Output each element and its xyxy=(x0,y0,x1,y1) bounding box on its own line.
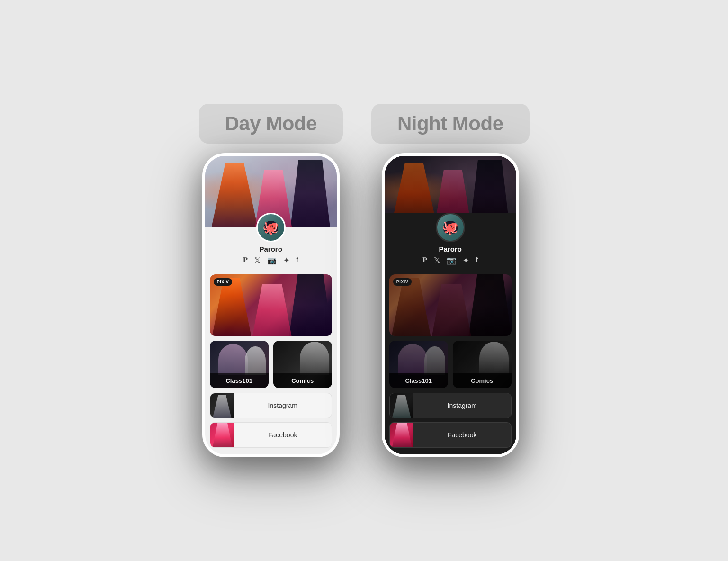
night-avatar: 🐙 xyxy=(436,213,465,242)
night-username: Paroro xyxy=(439,245,462,253)
night-instagram-thumb xyxy=(390,393,413,418)
night-class101-card[interactable]: Class101 xyxy=(389,341,448,388)
facebook-icon-day[interactable]: f xyxy=(296,256,298,265)
day-class101-card[interactable]: Class101 xyxy=(210,341,269,388)
night-card2-art xyxy=(479,342,509,375)
night-facebook-label: Facebook xyxy=(413,431,511,439)
night-card1-art2 xyxy=(424,346,445,375)
day-facebook-row[interactable]: Facebook xyxy=(210,422,332,448)
night-mode-label: Night Mode xyxy=(397,112,503,135)
night-profile-section: 🐙 Paroro 𝐏 𝕏 📷 ✦ f xyxy=(385,213,516,271)
page-container: Day Mode 🐙 xyxy=(199,104,530,457)
night-feat-char2 xyxy=(468,274,511,336)
day-username: Paroro xyxy=(260,245,282,253)
night-button-grid: Class101 Comics xyxy=(389,341,512,388)
night-card1-art xyxy=(398,344,427,375)
night-instagram-row[interactable]: Instagram xyxy=(389,393,512,418)
day-instagram-thumb xyxy=(210,393,234,418)
night-fb-fig xyxy=(392,423,412,448)
instagram-icon-night[interactable]: 📷 xyxy=(447,256,456,265)
day-link-rows: Instagram Facebook xyxy=(210,393,332,448)
night-facebook-row[interactable]: Facebook xyxy=(389,422,512,448)
night-facebook-thumb xyxy=(390,422,413,448)
day-button-grid: Class101 Comics xyxy=(210,341,332,388)
night-pixiv-badge: PIXIV xyxy=(393,278,412,286)
day-phone-screen: 🐙 Paroro 𝐏 𝕏 📷 ✦ f xyxy=(205,156,337,454)
night-phone-screen: 🐙 Paroro 𝐏 𝕏 📷 ✦ f xyxy=(385,156,516,454)
patreon-icon-night[interactable]: 𝐏 xyxy=(422,256,427,265)
instagram-icon-day[interactable]: 📷 xyxy=(267,256,277,265)
day-profile-section: 🐙 Paroro 𝐏 𝕏 📷 ✦ f xyxy=(205,213,337,271)
deviantart-icon-night[interactable]: ✦ xyxy=(463,256,469,265)
day-facebook-thumb xyxy=(210,422,234,448)
day-instagram-row[interactable]: Instagram xyxy=(210,393,332,418)
night-insta-fig xyxy=(392,395,411,418)
patreon-icon-day[interactable]: 𝐏 xyxy=(243,256,248,265)
day-instagram-label: Instagram xyxy=(234,402,332,409)
day-mode-label: Day Mode xyxy=(225,112,317,135)
day-avatar: 🐙 xyxy=(256,213,286,242)
night-instagram-label: Instagram xyxy=(413,402,511,409)
night-mode-label-box: Night Mode xyxy=(371,104,530,144)
facebook-icon-night[interactable]: f xyxy=(476,256,477,265)
day-facebook-label: Facebook xyxy=(234,431,332,439)
day-mode-label-box: Day Mode xyxy=(199,104,343,144)
day-pixiv-badge: PIXIV xyxy=(214,278,233,286)
day-class101-label: Class101 xyxy=(210,373,269,388)
night-mode-section: Night Mode 🐙 xyxy=(371,104,530,457)
day-insta-fig xyxy=(213,395,232,418)
day-phone-frame: 🐙 Paroro 𝐏 𝕏 📷 ✦ f xyxy=(202,153,340,457)
day-feat-char3 xyxy=(252,284,292,336)
day-card1-art2 xyxy=(245,346,265,375)
day-avatar-icon: 🐙 xyxy=(262,220,279,235)
night-feat-char3 xyxy=(432,284,471,336)
day-comics-card[interactable]: Comics xyxy=(273,341,332,388)
night-content-section: PIXIV Class101 Comics xyxy=(385,271,516,454)
night-social-icons: 𝐏 𝕏 📷 ✦ f xyxy=(422,256,477,265)
night-featured-image[interactable]: PIXIV xyxy=(389,274,512,336)
day-social-icons: 𝐏 𝕏 📷 ✦ f xyxy=(243,256,298,265)
night-phone-frame: 🐙 Paroro 𝐏 𝕏 📷 ✦ f xyxy=(382,153,519,457)
day-card2-art xyxy=(300,342,329,375)
day-featured-image[interactable]: PIXIV xyxy=(210,274,332,336)
night-comics-label: Comics xyxy=(453,373,512,388)
day-fb-fig xyxy=(213,423,233,448)
day-content-section: PIXIV Class101 Comics xyxy=(205,271,337,454)
night-link-rows: Instagram Facebook xyxy=(389,393,512,448)
night-comics-card[interactable]: Comics xyxy=(453,341,512,388)
night-feat-char1 xyxy=(392,278,431,336)
night-avatar-icon: 🐙 xyxy=(442,220,458,235)
twitter-icon-day[interactable]: 𝕏 xyxy=(254,256,261,265)
day-card1-art xyxy=(218,344,248,375)
twitter-icon-night[interactable]: 𝕏 xyxy=(434,256,440,265)
night-class101-label: Class101 xyxy=(389,373,448,388)
day-feat-char1 xyxy=(212,278,252,336)
day-feat-char2 xyxy=(289,274,332,336)
deviantart-icon-day[interactable]: ✦ xyxy=(283,256,289,265)
day-comics-label: Comics xyxy=(273,373,332,388)
day-mode-section: Day Mode 🐙 xyxy=(199,104,343,457)
